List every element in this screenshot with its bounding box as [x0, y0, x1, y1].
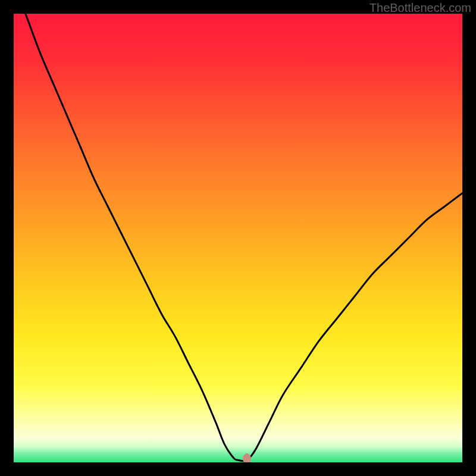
bottleneck-curve — [14, 14, 462, 461]
watermark-text: TheBottleneck.com — [369, 1, 471, 15]
plot-area — [14, 14, 462, 462]
optimum-marker — [243, 453, 251, 462]
bottleneck-chart: TheBottleneck.com — [0, 0, 476, 476]
curve-layer — [14, 14, 462, 462]
